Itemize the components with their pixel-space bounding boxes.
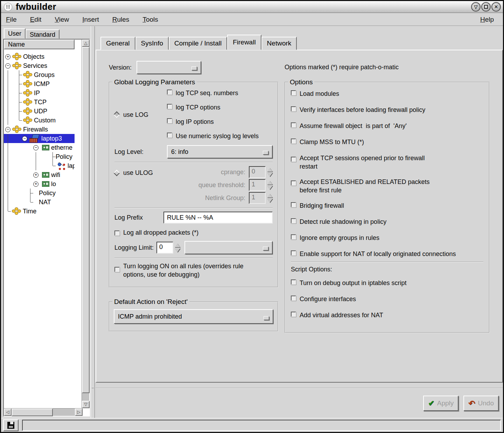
scroll-up-icon[interactable]: △ [82,40,90,47]
checkbox-icon[interactable] [167,133,172,138]
checkbox-icon[interactable] [291,106,296,112]
tree-item-udp[interactable]: UDP [4,107,75,116]
tab-network[interactable]: Network [261,37,297,50]
tree-vertical-scrollbar[interactable]: △ ▽ [82,40,89,408]
spin-arrows[interactable] [267,194,273,203]
use-ulog-radio[interactable]: use ULOG [114,166,167,179]
log-ip-options-checkbox[interactable]: log IP options [167,118,259,126]
spin-down-icon[interactable] [267,199,273,203]
checkbox-icon[interactable] [167,90,172,95]
tree-item-services[interactable]: Services [4,61,75,70]
log-tcp-options-checkbox[interactable]: log TCP options [167,103,259,112]
spin-up-icon[interactable] [267,181,273,185]
spin-arrows[interactable] [267,168,273,177]
option-virtual-addresses[interactable]: Add virtual addresses for NAT [291,311,483,319]
expander-minus-icon[interactable] [5,127,10,132]
expander-plus-icon[interactable] [33,172,38,178]
checkbox-icon[interactable] [291,279,296,285]
checkbox-icon[interactable] [167,104,172,109]
tree-horizontal-scrollbar[interactable]: ◁ ▷ [4,408,83,416]
option-load-modules[interactable]: Load modules [291,90,483,98]
expander-plus-icon[interactable] [5,54,10,59]
menu-edit[interactable]: Edit [30,16,42,23]
horizontal-scroll-thumb[interactable] [12,409,53,416]
log-all-dropped-checkbox[interactable]: Log all dropped packets (*) [114,228,273,237]
spin-down-icon[interactable] [267,173,273,177]
spin-down-icon[interactable] [175,248,180,252]
expander-plus-icon[interactable] [33,182,38,187]
tree-item-time[interactable]: Time [4,207,75,216]
log-tcp-seq-checkbox[interactable]: log TCP seq. numbers [167,89,259,97]
checkbox-icon[interactable] [114,230,120,236]
netlink-group-spinbox[interactable]: 1 [249,192,266,204]
tree-item-groups[interactable]: Groups [4,70,75,79]
close-icon[interactable]: ✕ [491,2,501,12]
spin-up-icon[interactable] [267,194,273,198]
tree-item-lo[interactable]: lo [4,179,75,189]
use-log-radio[interactable]: use LOG [114,89,167,140]
checkbox-icon[interactable] [291,218,296,223]
tree-item-ethernet-policy[interactable]: Policy [4,152,75,161]
checkbox-icon[interactable] [291,234,296,240]
tree-item-tcp[interactable]: TCP [4,98,75,107]
tab-firewall[interactable]: Firewall [227,35,261,50]
checkbox-icon[interactable] [291,180,296,186]
menu-insert[interactable]: Insert [82,16,99,23]
menu-tools[interactable]: Tools [142,16,158,23]
option-accept-established[interactable]: Accept ESTABLISHED and RELATED packets b… [291,178,483,194]
checkbox-icon[interactable] [291,296,296,301]
checkbox-icon[interactable] [291,157,296,162]
checkbox-icon[interactable] [291,250,296,256]
option-clamp-mss[interactable]: Clamp MSS to MTU (*) [291,138,483,146]
tree-item-nat[interactable]: NAT [4,198,75,207]
menu-rules[interactable]: Rules [112,16,130,23]
turn-logging-on-checkbox[interactable]: Turn logging ON on all rules (overrides … [114,262,273,279]
radio-on-icon[interactable] [113,111,120,118]
radio-off-icon[interactable] [113,170,120,176]
checkbox-icon[interactable] [291,139,296,144]
horizontal-scroll-track[interactable] [53,409,75,416]
minimize-icon[interactable]: ▽ [471,2,481,12]
option-nat-local[interactable]: Enable support for NAT of locally origin… [291,250,483,258]
expander-minus-icon[interactable] [33,145,38,150]
tab-user[interactable]: User [4,28,26,39]
tree-item-ethernet-address[interactable]: lapt [4,161,75,170]
spin-down-icon[interactable] [267,186,273,190]
spin-arrows[interactable] [175,243,180,252]
queue-threshold-spinbox[interactable]: 1 [249,179,266,191]
option-detect-shadowing[interactable]: Detect rule shadowing in policy [291,218,483,226]
tab-sysinfo[interactable]: SysInfo [135,37,169,50]
tree-item-laptop3[interactable]: laptop3 [4,134,75,143]
log-prefix-input[interactable] [163,212,273,223]
tab-standard[interactable]: Standard [26,29,59,39]
checkbox-icon[interactable] [167,118,172,123]
panel-splitter[interactable] [91,26,95,419]
tree-item-objects[interactable]: Objects [4,52,75,61]
default-action-combobox[interactable]: ICMP admin prohibited [114,309,273,324]
tree-item-firewalls[interactable]: Firewalls [4,125,75,134]
tree-item-wifi[interactable]: wifi [4,170,75,179]
cprange-spinbox[interactable]: 0 [249,166,266,178]
save-button[interactable] [3,419,19,431]
option-bridging-firewall[interactable]: Bridging firewall [291,201,483,210]
logging-limit-unit-combobox[interactable] [184,241,273,254]
menu-help[interactable]: Help [480,16,494,23]
checkbox-icon[interactable] [291,90,296,95]
log-level-combobox[interactable]: 6: info [167,145,273,158]
checkbox-icon[interactable] [291,122,296,128]
checkbox-icon[interactable] [291,312,296,317]
scroll-down-icon[interactable]: ▽ [82,401,90,408]
scroll-left-icon[interactable]: ◁ [4,409,12,416]
expander-minus-icon[interactable] [5,63,10,69]
tree-column-header[interactable]: Name [4,40,75,49]
option-verify-interfaces[interactable]: Verify interfaces before loading firewal… [291,106,483,114]
menu-view[interactable]: View [55,16,69,23]
scroll-right-icon[interactable]: ▷ [75,409,83,416]
numeric-syslog-checkbox[interactable]: Use numeric syslog log levels [167,132,259,140]
maximize-icon[interactable] [481,2,491,12]
spin-up-icon[interactable] [175,243,180,247]
checkbox-icon[interactable] [291,202,296,207]
tab-compile-install[interactable]: Compile / Install [169,37,227,50]
apply-button[interactable]: ✔ Apply [423,396,458,411]
option-debug-output[interactable]: Turn on debug output in iptables script [291,279,483,287]
